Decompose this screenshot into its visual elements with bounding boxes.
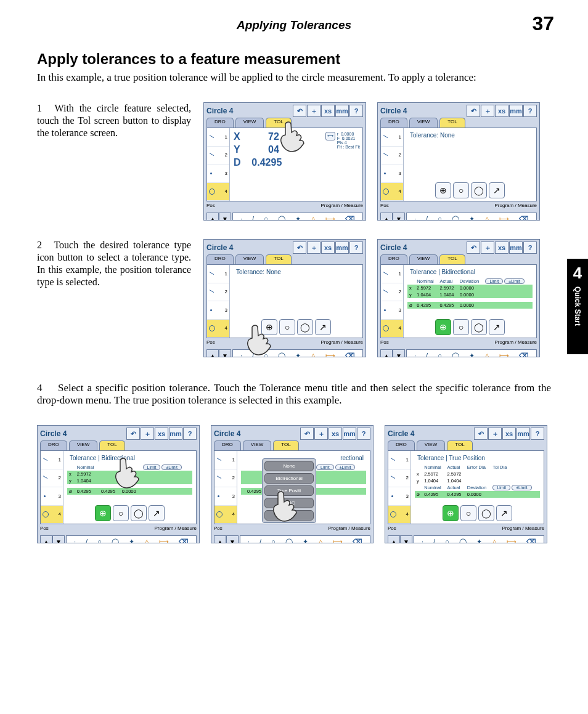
plus-limit-button[interactable]: ±Limit: [504, 278, 525, 284]
unit-toggle[interactable]: ⟷: [325, 132, 335, 140]
position-tolerance-button[interactable]: ⊕: [435, 182, 451, 198]
concentricity-tolerance-button[interactable]: ○: [460, 505, 476, 521]
triangle-tool-icon[interactable]: △: [144, 538, 149, 544]
undo-button[interactable]: ↶: [293, 241, 306, 254]
help-button[interactable]: ?: [357, 428, 370, 440]
angle-tool-icon[interactable]: ✦: [295, 352, 301, 358]
undo-button[interactable]: ↶: [126, 428, 140, 440]
feature-index[interactable]: 4: [399, 189, 401, 194]
concentricity-tolerance-button[interactable]: ○: [453, 319, 469, 335]
help-button[interactable]: ?: [349, 241, 363, 254]
plus-button[interactable]: ＋: [481, 105, 494, 117]
feature-index[interactable]: 2: [232, 475, 235, 481]
plus-limit-button[interactable]: ±Limit: [512, 485, 532, 490]
line-tool-icon[interactable]: /: [86, 538, 88, 543]
undo-button[interactable]: ↶: [300, 428, 314, 440]
limit-button[interactable]: Limit: [492, 485, 510, 490]
erase-tool-icon[interactable]: ⌫: [519, 215, 529, 221]
oval-tool-icon[interactable]: ◯: [285, 538, 293, 544]
measure-tab[interactable]: Measure: [344, 339, 363, 345]
oval-tool-icon[interactable]: ◯: [452, 352, 459, 358]
plus-button[interactable]: ＋: [141, 428, 154, 440]
plus-limit-button[interactable]: ±Limit: [335, 465, 356, 470]
position-tolerance-button[interactable]: ⊕: [261, 319, 277, 335]
arrow-down-button[interactable]: ▼: [393, 213, 405, 221]
tab-view[interactable]: VIEW: [243, 440, 271, 450]
feature-index[interactable]: 3: [406, 493, 409, 499]
feature-index[interactable]: 1: [399, 134, 401, 140]
point-tool-icon[interactable]: ·: [74, 538, 76, 543]
mm-button[interactable]: mm: [517, 428, 530, 440]
tab-tol[interactable]: TOL: [266, 254, 291, 264]
feature-index[interactable]: 2: [406, 475, 409, 481]
circle-tool-icon[interactable]: ○: [264, 215, 268, 221]
program-tab[interactable]: Program: [321, 203, 340, 208]
runout-tolerance-button[interactable]: ↗: [489, 319, 505, 335]
distance-tool-icon[interactable]: ⟼: [159, 538, 169, 544]
feature-index[interactable]: 2: [399, 289, 401, 294]
line-tool-icon[interactable]: /: [252, 352, 254, 357]
erase-tool-icon[interactable]: ⌫: [345, 215, 355, 221]
arrow-down-button[interactable]: ▼: [393, 349, 405, 357]
tolerance-menu-title[interactable]: Tolerance | Bidirectional: [67, 453, 192, 463]
program-tab[interactable]: Program: [329, 525, 348, 531]
feature-index[interactable]: 4: [225, 325, 227, 331]
measure-tab[interactable]: Measure: [178, 525, 197, 531]
circle-tool-icon[interactable]: ○: [438, 215, 442, 221]
point-tool-icon[interactable]: ·: [240, 215, 242, 221]
runout-tolerance-button[interactable]: ↗: [149, 505, 165, 521]
tab-tol[interactable]: TOL: [439, 118, 465, 128]
undo-button[interactable]: ↶: [293, 105, 306, 117]
point-tool-icon[interactable]: ·: [414, 352, 416, 357]
oval-tool-icon[interactable]: ◯: [278, 352, 285, 358]
distance-tool-icon[interactable]: ⟼: [333, 538, 343, 544]
erase-tool-icon[interactable]: ⌫: [179, 538, 189, 544]
oval-tool-icon[interactable]: ◯: [452, 215, 459, 221]
xs-button[interactable]: xs: [329, 428, 342, 440]
arrow-down-button[interactable]: ▼: [219, 213, 231, 221]
feature-index[interactable]: 1: [225, 271, 227, 277]
triangle-tool-icon[interactable]: △: [311, 352, 316, 358]
distance-tool-icon[interactable]: ⟼: [325, 352, 335, 358]
undo-button[interactable]: ↶: [474, 428, 488, 440]
arrow-up-button[interactable]: ▲: [206, 349, 219, 357]
help-button[interactable]: ?: [523, 105, 537, 117]
tab-dro[interactable]: DRO: [40, 440, 67, 450]
erase-tool-icon[interactable]: ⌫: [526, 538, 536, 544]
tab-view[interactable]: VIEW: [235, 254, 264, 264]
point-tool-icon[interactable]: ·: [248, 538, 250, 543]
tab-dro[interactable]: DRO: [380, 118, 407, 128]
xs-button[interactable]: xs: [321, 241, 335, 254]
position-tolerance-button[interactable]: ⊕: [435, 319, 451, 335]
mm-button[interactable]: mm: [509, 241, 523, 254]
feature-index[interactable]: 4: [225, 189, 227, 194]
measure-tab[interactable]: Measure: [344, 203, 363, 208]
arrow-down-button[interactable]: ▼: [52, 535, 65, 543]
angle-tool-icon[interactable]: ✦: [469, 352, 475, 358]
feature-index[interactable]: 4: [399, 325, 401, 331]
limit-button[interactable]: Limit: [316, 465, 334, 470]
oval-tool-icon[interactable]: ◯: [278, 215, 285, 221]
angle-tool-icon[interactable]: ✦: [129, 538, 134, 544]
arrow-up-button[interactable]: ▲: [380, 349, 393, 357]
triangle-tool-icon[interactable]: △: [311, 215, 316, 221]
erase-tool-icon[interactable]: ⌫: [519, 352, 529, 358]
point-tool-icon[interactable]: ·: [240, 352, 242, 357]
distance-tool-icon[interactable]: ⟼: [325, 215, 335, 221]
measure-tab[interactable]: Measure: [518, 203, 537, 208]
circle-tool-icon[interactable]: ○: [271, 538, 276, 543]
oval-tool-icon[interactable]: ◯: [459, 538, 467, 544]
tab-dro[interactable]: DRO: [206, 254, 234, 264]
plus-button[interactable]: ＋: [481, 241, 494, 254]
feature-index[interactable]: 3: [225, 307, 227, 313]
distance-tool-icon[interactable]: ⟼: [499, 352, 509, 358]
tab-tol[interactable]: TOL: [273, 440, 298, 450]
feature-index[interactable]: 2: [225, 152, 227, 158]
plus-button[interactable]: ＋: [307, 241, 321, 254]
feature-index[interactable]: 4: [406, 511, 409, 517]
tolerance-menu-title[interactable]: Tolerance | True Position: [415, 453, 540, 463]
circle-tool-icon[interactable]: ○: [97, 538, 102, 543]
distance-tool-icon[interactable]: ⟼: [507, 538, 517, 544]
oval-tool-icon[interactable]: ◯: [112, 538, 119, 544]
mm-button[interactable]: mm: [343, 428, 356, 440]
